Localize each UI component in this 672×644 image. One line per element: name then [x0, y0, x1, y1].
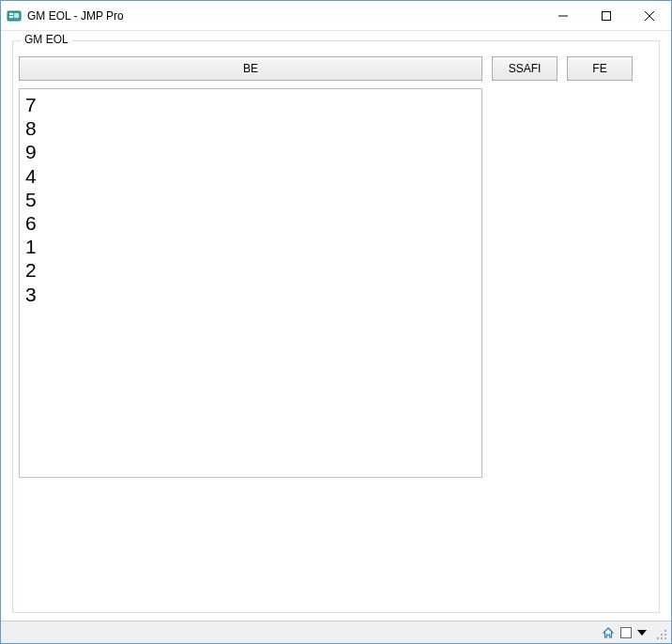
minimize-button[interactable] [542, 1, 585, 31]
group-legend: GM EOL [21, 33, 72, 46]
list-item[interactable]: 1 [25, 235, 476, 258]
window-controls [542, 1, 671, 30]
list-item[interactable]: 7 [25, 93, 476, 116]
svg-point-13 [664, 637, 666, 639]
close-button[interactable] [628, 1, 671, 31]
list-item[interactable]: 6 [25, 211, 476, 235]
svg-point-8 [664, 630, 666, 632]
svg-rect-2 [9, 16, 13, 18]
list-box[interactable]: 7 8 9 4 5 6 1 2 3 [19, 88, 482, 478]
group-inner: BE SSAFI FE 7 8 9 4 5 6 1 2 3 [19, 54, 653, 606]
app-icon [7, 8, 22, 23]
dropdown-icon[interactable] [637, 624, 647, 641]
list-item[interactable]: 2 [25, 258, 476, 282]
group-gm-eol: GM EOL BE SSAFI FE 7 8 9 4 5 6 1 2 3 [12, 40, 660, 613]
svg-point-9 [661, 634, 663, 636]
resize-grip[interactable] [652, 625, 667, 640]
list-item[interactable]: 4 [25, 164, 476, 188]
fe-button[interactable]: FE [567, 56, 633, 81]
svg-rect-3 [14, 13, 19, 18]
svg-point-11 [657, 637, 659, 639]
list-item[interactable]: 5 [25, 188, 476, 211]
home-icon[interactable] [602, 624, 615, 641]
be-button[interactable]: BE [19, 56, 482, 81]
titlebar: GM EOL - JMP Pro [1, 1, 671, 31]
svg-rect-5 [603, 12, 611, 21]
list-item[interactable]: 9 [25, 140, 476, 163]
svg-rect-1 [9, 13, 13, 15]
square-icon[interactable] [620, 624, 632, 641]
svg-point-10 [664, 634, 666, 636]
list-item[interactable]: 8 [25, 116, 476, 140]
list-item[interactable]: 3 [25, 283, 476, 306]
ssafi-button[interactable]: SSAFI [492, 56, 557, 81]
client-area: GM EOL BE SSAFI FE 7 8 9 4 5 6 1 2 3 [1, 31, 671, 621]
maximize-button[interactable] [585, 1, 628, 31]
statusbar [1, 621, 671, 643]
window-title: GM EOL - JMP Pro [27, 9, 542, 23]
svg-point-12 [661, 637, 663, 639]
button-row: BE SSAFI FE [19, 54, 653, 83]
